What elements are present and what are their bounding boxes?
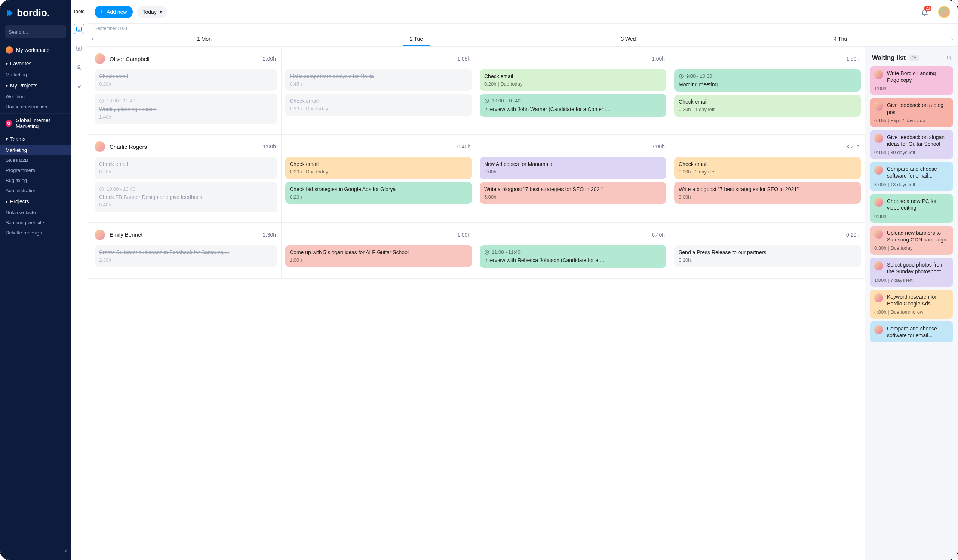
next-week-button[interactable]: ›: [947, 35, 958, 43]
task-card[interactable]: Write a blogpost "7 best strategies for …: [480, 182, 666, 204]
task-card[interactable]: Check email0:20h | 1 day left: [674, 95, 861, 116]
calendar-cell[interactable]: Check email0:20h10.00 - 10:40Check FB Ba…: [87, 157, 282, 222]
svg-point-11: [947, 56, 950, 59]
task-card[interactable]: Come up with 5 slogan ideas for ALP Guit…: [285, 245, 472, 267]
task-card[interactable]: Check email0:20h: [95, 157, 278, 179]
task-card[interactable]: Check email0:20h | Due today: [285, 157, 472, 179]
card-title: Check email: [679, 98, 856, 105]
add-new-label: Add new: [106, 9, 127, 15]
calendar-cell[interactable]: 11:00 - 11:40Interview with Rebecca John…: [476, 245, 671, 278]
calendar-cell[interactable]: Check email0:20h | 2 days leftWrite a bl…: [671, 157, 865, 222]
prev-week-button[interactable]: ‹: [87, 35, 98, 43]
sidebar-item[interactable]: Deliotte redesign: [0, 228, 71, 238]
task-card[interactable]: 10.00 - 10:40Interview with John Warner …: [480, 94, 666, 116]
search-input[interactable]: [9, 29, 71, 35]
search-waiting-icon[interactable]: [946, 55, 952, 61]
task-card[interactable]: New Ad copies for Manamaja2:00h: [480, 157, 666, 179]
task-card[interactable]: 9:00 - 10:30Morning meeting: [674, 69, 861, 92]
waiting-meta: 1:00h: [874, 86, 948, 91]
task-card[interactable]: 11:00 - 11:40Interview with Rebecca John…: [480, 245, 666, 268]
task-card[interactable]: Check email0:20h | Due today: [285, 94, 472, 116]
calendar-cell[interactable]: Make competitors analysis for Nokia0:45h…: [282, 69, 476, 134]
task-card[interactable]: Create 5+ target audiences in Facebook f…: [95, 245, 278, 267]
notifications-button[interactable]: 23: [921, 8, 928, 16]
myprojects-header[interactable]: ▾ My Projects: [0, 79, 71, 92]
sidebar-item[interactable]: Programmers: [0, 165, 71, 175]
today-button[interactable]: Today ▾: [137, 6, 167, 18]
waiting-title-text: Keyword research for Bordio Google Ads..…: [887, 293, 948, 307]
calendar-cell[interactable]: New Ad copies for Manamaja2:00hWrite a b…: [476, 157, 671, 222]
sidebar-item[interactable]: House construction: [0, 102, 71, 112]
waiting-item[interactable]: Compare and choose software for email...…: [870, 162, 953, 190]
day-hours: 2:30h: [263, 232, 276, 238]
add-waiting-icon[interactable]: [933, 55, 939, 61]
calendar-cell[interactable]: Check email0:20h | Due todayCheck bid st…: [282, 157, 476, 222]
sidebar-item[interactable]: Nokia website: [0, 208, 71, 217]
people-icon[interactable]: [74, 62, 84, 73]
sidebar-item[interactable]: Samsung website: [0, 217, 71, 228]
favorites-header[interactable]: ▾ Favorites: [0, 57, 71, 70]
day-header[interactable]: 1 Mon: [98, 36, 310, 42]
calendar-cell[interactable]: Come up with 5 slogan ideas for ALP Guit…: [282, 245, 476, 278]
sidebar-collapse-icon[interactable]: ›: [65, 547, 67, 554]
calendar-cell[interactable]: 9:00 - 10:30Morning meetingCheck email0:…: [671, 69, 865, 134]
waiting-item[interactable]: Upload new banners to Samsung GDN campai…: [870, 226, 953, 255]
day-header[interactable]: 4 Thu: [734, 36, 947, 42]
workspace-row[interactable]: My workspace: [0, 43, 71, 57]
clock-icon: [99, 187, 104, 192]
sidebar-item[interactable]: Bug fixing: [0, 175, 71, 186]
org-row[interactable]: G Global Internet Marketing: [0, 113, 71, 133]
assignee-avatar: [874, 70, 883, 79]
calendar-cell[interactable]: Send a Press Release to our partners0:20…: [671, 245, 865, 278]
notif-count: 23: [924, 6, 931, 11]
task-card[interactable]: Check email0:20h: [95, 69, 278, 91]
chevron-down-icon: ▾: [6, 136, 8, 142]
task-card[interactable]: Make competitors analysis for Nokia0:45h: [285, 69, 472, 91]
task-card[interactable]: Write a blogpost "7 best strategies for …: [674, 182, 861, 204]
waiting-item[interactable]: Choose a new PC for video editing0:30h: [870, 194, 953, 223]
card-meta: 0:20h | Due today: [290, 105, 468, 112]
sidebar-item[interactable]: Wedding: [0, 92, 71, 102]
sidebar-item[interactable]: Administration: [0, 186, 71, 195]
myprojects-label: My Projects: [10, 82, 37, 89]
task-card[interactable]: Send a Press Release to our partners0:20…: [674, 245, 861, 267]
gear-icon[interactable]: [74, 82, 84, 92]
waiting-item[interactable]: Compare and choose software for email...: [870, 322, 953, 343]
person-name: Oliver Campbell: [109, 56, 149, 62]
waiting-title-text: Give feedback on a blog post: [887, 102, 948, 115]
waiting-item[interactable]: Select good photos from the Sunday photo…: [870, 258, 953, 286]
waiting-item[interactable]: Give feedback on a blog post0:15h | Exp.…: [870, 98, 953, 127]
task-card[interactable]: Check email0:20h | 2 days left: [674, 157, 861, 179]
notes-icon[interactable]: [74, 43, 84, 54]
brand-text: bordio.: [17, 7, 50, 19]
task-card[interactable]: 10.00 - 10:40Check FB Banner Design and …: [95, 182, 278, 212]
waiting-title-text: Choose a new PC for video editing: [887, 198, 948, 211]
task-card[interactable]: Check bid strategies in Google Ads for G…: [285, 182, 472, 204]
sidebar-item[interactable]: Marketing: [0, 70, 71, 79]
waiting-item[interactable]: Write Bordio Landing Page copy1:00h: [870, 66, 953, 95]
waiting-item[interactable]: Give feedback on slogan ideas for Guitar…: [870, 130, 953, 159]
waiting-item[interactable]: Keyword research for Bordio Google Ads..…: [870, 290, 953, 319]
chevron-down-icon: ▾: [6, 199, 8, 204]
sidebar-item[interactable]: Marketing: [0, 145, 71, 155]
projects-header[interactable]: ▾ Projects: [0, 195, 71, 208]
assignee-avatar: [874, 293, 883, 302]
add-new-button[interactable]: ＋ Add new: [95, 6, 133, 18]
calendar-cell[interactable]: Create 5+ target audiences in Facebook f…: [87, 245, 282, 278]
logo[interactable]: bordio.: [0, 0, 71, 25]
calendar-icon[interactable]: 31: [74, 24, 84, 34]
day-header[interactable]: 3 Wed: [522, 36, 734, 42]
day-header[interactable]: 2 Tue: [310, 36, 522, 42]
user-avatar[interactable]: [938, 6, 950, 18]
sidebar-item[interactable]: Sales B2B: [0, 155, 71, 165]
calendar-cell[interactable]: Check email0:20h | Due today10.00 - 10:4…: [476, 69, 671, 134]
search-input-wrap[interactable]: [5, 25, 66, 38]
task-card[interactable]: Check email0:20h | Due today: [480, 69, 666, 91]
calendar-cell[interactable]: Check email0:20h10.00 - 10:40Weekly plan…: [87, 69, 282, 134]
card-time: 11:00 - 11:40: [492, 249, 520, 256]
task-card[interactable]: 10.00 - 10:40Weekly planning session1:40…: [95, 94, 278, 124]
waiting-list-panel: Waiting list 15 Write Bordio Landing Pag…: [865, 47, 958, 560]
day-hours: 1:05h: [457, 56, 470, 62]
card-title: Check email: [290, 98, 468, 105]
teams-header[interactable]: ▾ Teams: [0, 133, 71, 145]
